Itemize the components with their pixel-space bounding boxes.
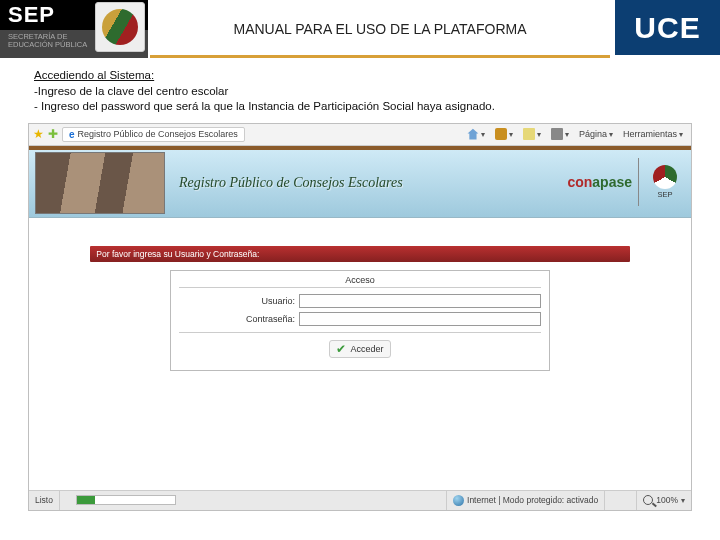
password-label: Contraseña: (179, 314, 299, 324)
tools-menu[interactable]: Herramientas▾ (619, 128, 687, 140)
login-form: Acceso Usuario: Contraseña: ✔ Acceder (170, 270, 550, 371)
ie-status-bar: Listo Internet | Modo protegido: activad… (29, 490, 691, 510)
instruction-line-1: -Ingreso de la clave del centro escolar (34, 85, 228, 97)
mail-button[interactable]: ▾ (519, 127, 545, 141)
print-button[interactable]: ▾ (547, 127, 573, 141)
uce-badge: UCE (615, 0, 720, 55)
login-prompt-bar: Por favor ingresa su Usuario y Contraseñ… (90, 246, 629, 262)
status-zone: Internet | Modo protegido: activado (447, 491, 605, 510)
status-spacer (605, 491, 637, 510)
globe-icon (453, 495, 464, 506)
submit-label: Acceder (350, 344, 383, 354)
rss-icon (495, 128, 507, 140)
username-input[interactable] (299, 294, 541, 308)
tab-title: Registro Público de Consejos Escolares (78, 129, 238, 139)
username-label: Usuario: (179, 296, 299, 306)
site-title: Registro Público de Consejos Escolares (179, 175, 403, 191)
login-submit-button[interactable]: ✔ Acceder (329, 340, 390, 358)
ie-toolbar: ★ ✚ e Registro Público de Consejos Escol… (29, 124, 691, 146)
national-seal-icon (95, 2, 145, 52)
instruction-block: Accediendo al Sistema: -Ingreso de la cl… (0, 58, 720, 121)
page-content: Por favor ingresa su Usuario y Contraseñ… (29, 218, 691, 490)
favorites-star-icon[interactable]: ★ (33, 127, 44, 141)
password-input[interactable] (299, 312, 541, 326)
browser-window: ★ ✚ e Registro Público de Consejos Escol… (28, 123, 692, 511)
instruction-heading: Accediendo al Sistema: (34, 69, 154, 81)
site-banner: Registro Público de Consejos Escolares c… (29, 146, 691, 218)
home-icon (467, 128, 479, 140)
ie-page-icon: e (69, 129, 75, 140)
zoom-control[interactable]: 100% ▾ (637, 491, 691, 510)
rss-button[interactable]: ▾ (491, 127, 517, 141)
login-heading: Acceso (179, 275, 541, 288)
gov-seal-icon: SEP (645, 165, 685, 199)
gold-divider (150, 55, 610, 58)
add-favorite-icon[interactable]: ✚ (48, 127, 58, 141)
banner-photo (35, 152, 165, 214)
conapase-logo: conapase (567, 174, 632, 190)
mail-icon (523, 128, 535, 140)
browser-tab[interactable]: e Registro Público de Consejos Escolares (62, 127, 245, 142)
status-progress (60, 491, 447, 510)
home-button[interactable]: ▾ (463, 127, 489, 141)
print-icon (551, 128, 563, 140)
zoom-icon (643, 495, 653, 505)
status-ready: Listo (29, 491, 60, 510)
instruction-line-2: - Ingreso del password que será la que l… (34, 100, 495, 112)
slide-header: SEP SECRETARÍA DEEDUCACIÓN PÚBLICA MANUA… (0, 0, 720, 58)
divider (638, 158, 639, 206)
check-icon: ✔ (336, 342, 346, 356)
page-menu[interactable]: Página▾ (575, 128, 617, 140)
